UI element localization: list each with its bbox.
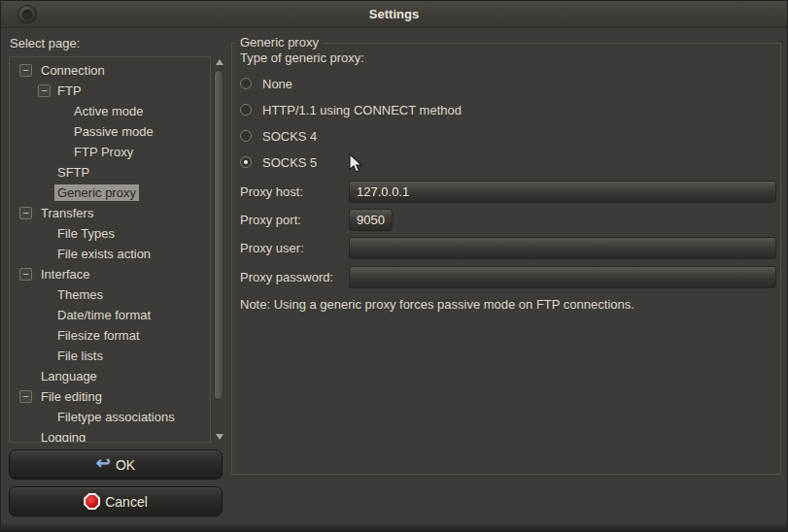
tree-item-label: Filesize format (54, 327, 143, 344)
proxy-note: Note: Using a generic proxy forces passi… (240, 297, 634, 312)
tree-item-ftp-proxy[interactable]: FTP Proxy (10, 142, 210, 162)
proxy-port-row: Proxy port: (240, 209, 774, 231)
tree-item-file-exists-action[interactable]: File exists action (10, 244, 210, 264)
tree-item-label: Transfers (38, 205, 96, 221)
tree-item-label: File lists (54, 348, 106, 364)
collapse-icon[interactable]: − (19, 268, 32, 281)
collapse-icon[interactable]: − (19, 207, 32, 219)
tree-item-transfers[interactable]: −Transfers (10, 203, 210, 223)
tree-item-label: Date/time format (54, 307, 154, 323)
radio-option-none[interactable]: None (240, 76, 462, 91)
proxy-host-input[interactable] (349, 181, 776, 203)
radio-icon[interactable] (240, 78, 252, 89)
groupbox-title: Generic proxy (236, 35, 323, 50)
tree-item-file-types[interactable]: File Types (10, 223, 210, 244)
tree-item-logging[interactable]: Logging (10, 427, 210, 443)
scroll-up-icon[interactable] (216, 59, 223, 65)
radio-icon[interactable] (240, 156, 252, 168)
proxy-password-row: Proxy password: (240, 266, 774, 288)
tree-item-label: File exists action (54, 246, 154, 262)
radio-icon[interactable] (240, 130, 252, 142)
tree-item-label: Language (38, 368, 100, 384)
tree-item-label: FTP (54, 83, 85, 99)
tree-item-label: SFTP (54, 164, 92, 181)
collapse-icon[interactable]: − (19, 390, 32, 403)
tree-item-label: Connection (38, 62, 108, 79)
tree-item-label: Generic proxy (54, 184, 139, 201)
tree-item-interface[interactable]: −Interface (10, 264, 210, 284)
tree-item-themes[interactable]: Themes (10, 284, 210, 305)
tree-item-ftp[interactable]: −FTP (10, 81, 210, 101)
tree-item-label: Active mode (71, 103, 147, 119)
proxy-type-label: Type of generic proxy: (240, 50, 364, 65)
window-bottom-shadow (1, 522, 787, 531)
proxy-user-label: Proxy user: (240, 237, 304, 259)
tree-item-filetype-associations[interactable]: Filetype associations (10, 407, 210, 427)
collapse-icon[interactable]: − (19, 64, 32, 77)
tree-item-generic-proxy[interactable]: Generic proxy (10, 183, 210, 203)
radio-label: SOCKS 4 (262, 129, 317, 144)
scrollbar-thumb[interactable] (214, 70, 223, 400)
collapse-icon[interactable]: − (38, 84, 51, 97)
tree-item-label: Passive mode (71, 123, 156, 140)
tree-item-sftp[interactable]: SFTP (10, 162, 210, 183)
settings-dialog: Settings Select page: −Connection−FTPAct… (0, 0, 788, 532)
tree-item-file-editing[interactable]: −File editing (10, 386, 210, 407)
proxy-port-label: Proxy port: (240, 209, 301, 231)
stop-icon (84, 493, 100, 510)
proxy-user-input[interactable] (349, 237, 776, 259)
radio-option-socks-5[interactable]: SOCKS 5 (240, 154, 462, 170)
proxy-port-input[interactable] (349, 209, 393, 231)
tree-item-label: Interface (38, 266, 93, 283)
tree-item-label: File Types (54, 225, 118, 242)
cancel-button[interactable]: Cancel (9, 486, 223, 516)
select-page-label: Select page: (10, 36, 80, 50)
radio-label: HTTP/1.1 using CONNECT method (262, 103, 462, 117)
cancel-button-label: Cancel (105, 494, 148, 510)
return-icon: ↩ (96, 456, 111, 470)
tree-scrollbar[interactable] (213, 56, 225, 443)
ok-button[interactable]: ↩ OK (9, 449, 223, 480)
tree-item-label: FTP Proxy (71, 144, 136, 160)
proxy-host-label: Proxy host: (240, 181, 303, 203)
generic-proxy-groupbox: Generic proxy Type of generic proxy: Non… (231, 43, 781, 475)
radio-icon[interactable] (240, 104, 252, 116)
tree-item-file-lists[interactable]: File lists (10, 346, 210, 366)
radio-label: SOCKS 5 (262, 155, 317, 170)
tree-item-passive-mode[interactable]: Passive mode (10, 121, 210, 142)
page-tree[interactable]: −Connection−FTPActive modePassive modeFT… (9, 56, 211, 443)
tree-item-connection[interactable]: −Connection (10, 60, 210, 81)
window-title: Settings (1, 1, 787, 28)
proxy-user-row: Proxy user: (240, 237, 774, 259)
radio-option-socks-4[interactable]: SOCKS 4 (240, 128, 462, 144)
tree-item-label: File editing (38, 388, 105, 405)
proxy-type-radio-group: NoneHTTP/1.1 using CONNECT methodSOCKS 4… (240, 76, 462, 181)
proxy-host-row: Proxy host: (240, 181, 774, 203)
scroll-down-icon[interactable] (216, 434, 223, 440)
proxy-password-input[interactable] (349, 266, 776, 288)
tree-item-date-time-format[interactable]: Date/time format (10, 305, 210, 325)
ok-button-label: OK (116, 457, 135, 473)
radio-label: None (262, 77, 292, 91)
titlebar[interactable]: Settings (1, 1, 787, 28)
tree-item-label: Logging (38, 429, 88, 443)
tree-item-label: Filetype associations (54, 409, 178, 425)
tree-item-filesize-format[interactable]: Filesize format (10, 325, 210, 346)
proxy-password-label: Proxy password: (240, 266, 333, 288)
tree-item-active-mode[interactable]: Active mode (10, 101, 210, 121)
tree-item-language[interactable]: Language (10, 366, 210, 386)
radio-option-http-1-1-using-connect-method[interactable]: HTTP/1.1 using CONNECT method (240, 102, 462, 117)
tree-item-label: Themes (54, 286, 106, 303)
